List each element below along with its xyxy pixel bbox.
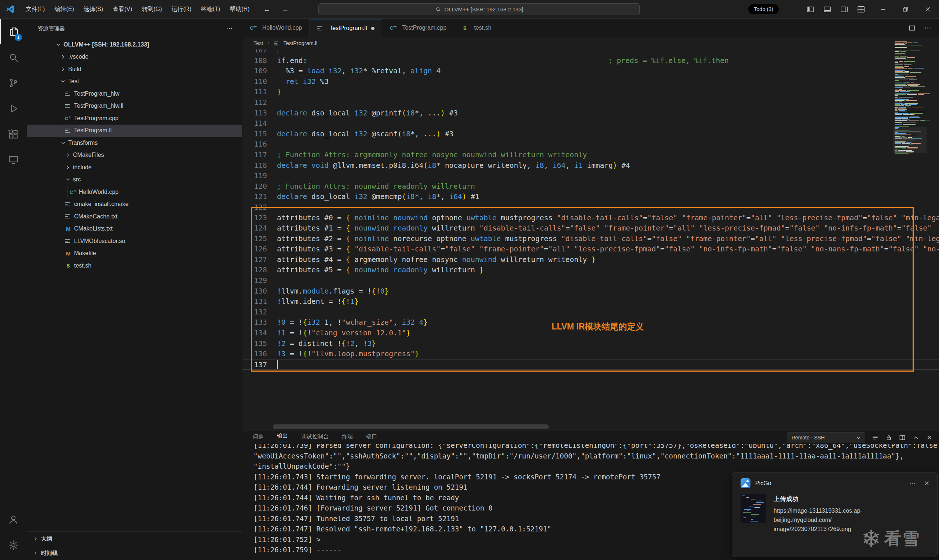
tab-test-sh[interactable]: $test.sh <box>454 19 499 37</box>
code-line-116[interactable]: 116 <box>242 139 939 150</box>
code-line-111[interactable]: 111} <box>242 87 939 97</box>
code-line-110[interactable]: 110 ret i32 %3 <box>242 77 939 87</box>
customize-layout-icon[interactable] <box>857 5 865 14</box>
tab-testprogram-cpp[interactable]: C++TestProgram.cpp <box>382 19 454 37</box>
panel-tab-item[interactable]: 调试控制台 <box>301 433 328 442</box>
tree-item-cmakefiles[interactable]: CMakeFiles <box>27 149 242 162</box>
menu-item-go[interactable]: 转到(G) <box>137 0 167 18</box>
toggle-panel-icon[interactable] <box>823 5 831 14</box>
code-line-113[interactable]: 113declare dso_local i32 @printf(i8*, ..… <box>242 108 939 119</box>
tree-item-helloworld-cpp[interactable]: C++HelloWorld.cpp <box>27 186 242 198</box>
menu-item-terminal[interactable]: 终端(T) <box>196 0 225 18</box>
code-editor[interactable]: 107▏108if.end:; preds = %if.else, %if.th… <box>242 49 939 431</box>
activity-extensions-icon[interactable] <box>0 121 27 147</box>
tree-item-makefile[interactable]: MMakefile <box>27 248 242 260</box>
tree-item-ollvm-ssh-192-168-2-133[interactable]: OLLVM++ [SSH: 192.168.2.133] <box>27 38 242 51</box>
code-line-132[interactable]: 132 <box>242 307 939 318</box>
todo-badge[interactable]: Todo (3) <box>748 4 779 14</box>
tree-item-testprogram-hlw-ll[interactable]: TestProgram_hlw.ll <box>27 100 242 112</box>
code-line-124[interactable]: 124attributes #1 = { nounwind readonly w… <box>242 223 939 234</box>
toggle-secondary-sidebar-icon[interactable] <box>840 5 848 14</box>
menu-item-file[interactable]: 文件(F) <box>21 0 49 18</box>
minimap-slider[interactable] <box>893 127 927 153</box>
code-line-137[interactable]: 137 <box>242 360 939 370</box>
close-button[interactable] <box>917 0 939 18</box>
tree-item-test-sh[interactable]: $test.sh <box>27 260 242 272</box>
code-line-119[interactable]: 119 <box>242 171 939 182</box>
tree-item-cmake-install-cmake[interactable]: cmake_install.cmake <box>27 198 242 211</box>
code-line-131[interactable]: 131!llvm.ident = !{!1} <box>242 297 939 307</box>
menu-item-help[interactable]: 帮助(H) <box>225 0 254 18</box>
horizontal-scrollbar[interactable] <box>273 425 549 429</box>
timeline-section[interactable]: 时间线 <box>27 546 242 560</box>
code-line-115[interactable]: 115declare dso_local i32 @scanf(i8*, ...… <box>242 129 939 140</box>
tree-item-test[interactable]: Test <box>27 75 242 88</box>
breadcrumb-file[interactable]: TestProgram.ll <box>284 40 318 46</box>
outline-section[interactable]: 大纲 <box>27 531 242 546</box>
code-line-118[interactable]: 118declare void @llvm.memset.p0i8.i64(i8… <box>242 160 939 171</box>
panel-tab-item[interactable]: 端口 <box>366 433 377 442</box>
tree-item-testprogram-hlw[interactable]: TestProgram_hlw <box>27 88 242 100</box>
notification-close-icon[interactable] <box>923 480 930 487</box>
tree-item-src[interactable]: src <box>27 174 242 186</box>
tree-item-transforms[interactable]: Transforms <box>27 137 242 149</box>
code-line-107[interactable]: 107▏ <box>242 49 939 56</box>
tree-item-cmakelists-txt[interactable]: MCMakeLists.txt <box>27 223 242 235</box>
activity-run-and-debug-icon[interactable] <box>0 95 27 121</box>
code-line-135[interactable]: 135!2 = distinct !{!2, !3} <box>242 338 939 349</box>
code-line-126[interactable]: 126attributes #3 = { "disable-tail-calls… <box>242 244 939 255</box>
code-line-117[interactable]: 117; Function Attrs: argmemonly nofree n… <box>242 150 939 160</box>
forward-icon[interactable]: → <box>281 5 289 14</box>
tree-item-build[interactable]: Build <box>27 63 242 75</box>
minimap[interactable] <box>893 41 927 155</box>
sidebar-more-actions-icon[interactable] <box>225 25 233 32</box>
minimize-button[interactable] <box>872 0 894 18</box>
activity-source-control-icon[interactable] <box>0 70 27 95</box>
command-center-search[interactable]: OLLVM++ [SSH: 192.168.2.133] <box>318 3 640 15</box>
tree-item-include[interactable]: include <box>27 161 242 174</box>
tree-item-llvmobfuscator-so[interactable]: LLVMObfuscator.so <box>27 235 242 248</box>
breadcrumb-folder[interactable]: Test <box>253 40 264 46</box>
activity-account-icon[interactable] <box>0 506 27 532</box>
code-line-108[interactable]: 108if.end:; preds = %if.else, %if.then <box>242 56 939 66</box>
code-line-127[interactable]: 127attributes #4 = { argmemonly nofree n… <box>242 255 939 265</box>
activity-remote-explorer-icon[interactable] <box>0 147 27 172</box>
tree-item-vscode[interactable]: .vscode <box>27 51 242 63</box>
code-line-122[interactable]: 122 <box>242 202 939 213</box>
notification-more-icon[interactable] <box>909 480 916 487</box>
tree-item-cmakecache-txt[interactable]: CMakeCache.txt <box>27 210 242 223</box>
menu-item-run[interactable]: 运行(R) <box>167 0 196 18</box>
editor-more-actions-icon[interactable] <box>924 24 932 32</box>
activity-search-icon[interactable] <box>0 45 27 70</box>
close-panel-icon[interactable] <box>926 434 933 441</box>
tree-item-testprogram-cpp[interactable]: C++TestProgram.cpp <box>27 112 242 125</box>
output-actions-icon[interactable] <box>871 434 879 441</box>
menu-item-view[interactable]: 查看(V) <box>108 0 137 18</box>
menu-item-edit[interactable]: 编辑(E) <box>49 0 79 18</box>
tab-testprogram-ll[interactable]: TestProgram.ll <box>310 19 382 37</box>
tab-helloworld-cpp[interactable]: C++HelloWorld.cpp <box>242 19 310 37</box>
code-line-129[interactable]: 129 <box>242 275 939 286</box>
activity-explorer-icon[interactable]: 1 <box>0 19 27 45</box>
panel-tab-item[interactable]: 终端 <box>342 433 353 442</box>
back-icon[interactable]: ← <box>263 5 270 14</box>
tree-item-testprogram-ll[interactable]: TestProgram.ll <box>27 125 242 137</box>
code-line-114[interactable]: 114 <box>242 118 939 129</box>
scroll-lock-icon[interactable] <box>885 434 893 441</box>
code-line-109[interactable]: 109 %3 = load i32, i32* %retval, align 4 <box>242 66 939 77</box>
panel-tab-output-active[interactable]: 输出 <box>277 432 288 442</box>
toggle-sidebar-icon[interactable] <box>806 5 815 14</box>
activity-settings-icon[interactable] <box>0 532 27 558</box>
code-line-120[interactable]: 120; Function Attrs: nounwind readonly w… <box>242 182 939 192</box>
code-line-136[interactable]: 136!3 = !{!"llvm.loop.mustprogress"} <box>242 349 939 360</box>
split-editor-icon[interactable] <box>908 24 916 32</box>
code-line-112[interactable]: 112 <box>242 97 939 108</box>
panel-tab-item[interactable]: 问题 <box>253 433 264 442</box>
restore-button[interactable] <box>894 0 917 18</box>
code-line-128[interactable]: 128attributes #5 = { nounwind readonly w… <box>242 265 939 275</box>
output-channel-select[interactable]: Remote - SSH <box>788 432 865 443</box>
picgo-notification[interactable]: PicGo 上传成功 https://image-1311319331.cos.… <box>732 472 938 557</box>
menu-item-selection[interactable]: 选择(S) <box>79 0 108 18</box>
split-panel-icon[interactable] <box>899 434 906 441</box>
code-line-125[interactable]: 125attributes #2 = { noinline norecurse … <box>242 234 939 245</box>
